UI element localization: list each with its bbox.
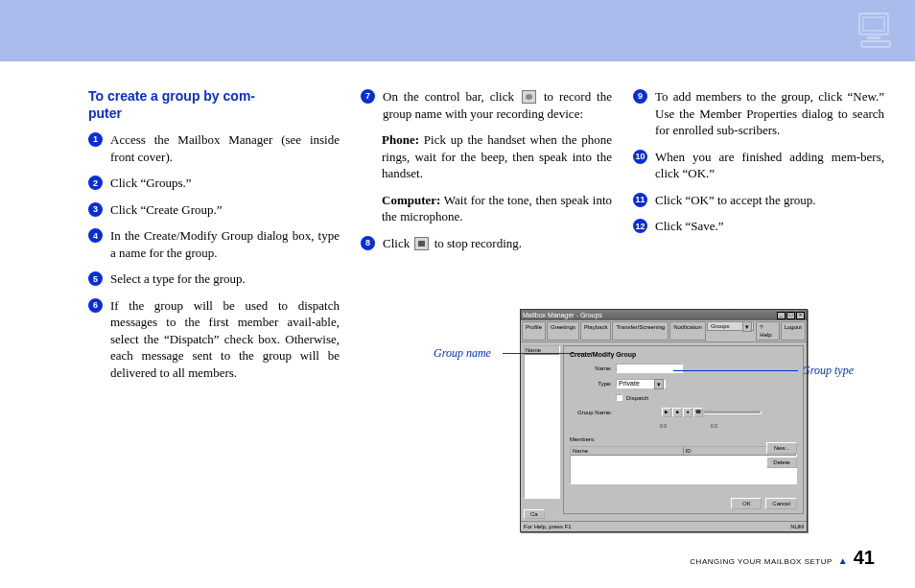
- time-start: 0.0: [660, 423, 667, 430]
- step-text: Click “Groups.”: [110, 175, 340, 192]
- step-number-badge: 4: [88, 228, 103, 243]
- step-1: 1 Access the Mailbox Manager (see inside…: [88, 131, 340, 165]
- tab-greetings[interactable]: Greetings: [547, 321, 579, 341]
- page-footer: CHANGING YOUR MAILBOX SETUP ▲ 41: [690, 545, 875, 571]
- section-title: To create a group by com- puter: [88, 88, 340, 122]
- type-label: Type:: [570, 380, 612, 388]
- titlebar: Mailbox Manager - Groups _ □ ×: [521, 310, 807, 320]
- step-number-badge: 2: [88, 176, 103, 190]
- page-number: 41: [854, 545, 875, 571]
- svg-rect-1: [863, 17, 884, 31]
- svg-rect-2: [867, 36, 880, 39]
- callout-line: [503, 353, 591, 354]
- tab-playback[interactable]: Playback: [580, 321, 611, 341]
- step-text: Access the Mailbox Manager (see inside f…: [110, 131, 340, 165]
- figure: Group name Group type Mailbox Manager - …: [453, 309, 836, 532]
- logout-link[interactable]: Logout: [781, 321, 806, 341]
- time-end: 0.0: [711, 423, 717, 430]
- record-icon: [522, 90, 536, 104]
- step-text: Click “Create Group.”: [110, 201, 340, 219]
- statusbar: For Help, press F1 NUM: [521, 521, 807, 531]
- maximize-button[interactable]: □: [786, 312, 795, 319]
- tab-transfer[interactable]: Transfer/Screening: [612, 321, 669, 341]
- step-4: 4 In the Create/Modify Group dialog box,…: [88, 227, 340, 261]
- help-link[interactable]: ? Help: [756, 321, 779, 341]
- step-text: If the group will be used to dispatch me…: [110, 297, 340, 382]
- step-11: 11 Click “OK” to accept the group.: [633, 192, 884, 209]
- callout-line: [673, 370, 798, 371]
- step-number-badge: 3: [88, 202, 103, 217]
- step-10: 10 When you are finished adding mem-bers…: [633, 149, 884, 182]
- recording-transport: ▶ ■ ● ☎: [662, 408, 762, 417]
- step-number-badge: 5: [88, 271, 103, 286]
- text-fragment: On the control bar, click: [383, 89, 520, 104]
- step-8: 8 Click to stop recording.: [361, 235, 612, 252]
- menubar: Profile Greetings Playback Transfer/Scre…: [521, 320, 807, 342]
- footer-section-label: CHANGING YOUR MAILBOX SETUP: [690, 557, 833, 568]
- dispatch-checkbox[interactable]: [616, 394, 622, 401]
- step-12: 12 Click “Save.”: [633, 218, 884, 235]
- dispatch-label: Dispatch: [626, 394, 648, 402]
- step-9: 9 To add members to the group, click “Ne…: [633, 88, 884, 139]
- step-text: Click “Save.”: [655, 218, 884, 235]
- members-listbox[interactable]: Name ID: [570, 446, 797, 484]
- header-band: [0, 0, 915, 61]
- computer-label: Computer:: [382, 193, 440, 207]
- type-select[interactable]: Private: [616, 379, 666, 388]
- name-input[interactable]: [616, 364, 683, 373]
- outer-cancel-button[interactable]: Ca: [524, 509, 545, 519]
- triangle-icon: ▲: [838, 554, 848, 568]
- device-button[interactable]: ☎: [693, 408, 703, 417]
- members-col-name: Name: [571, 447, 684, 455]
- dialog-title: Create/Modify Group: [570, 350, 797, 359]
- tab-profile[interactable]: Profile: [522, 321, 546, 341]
- stop-icon: [414, 237, 429, 250]
- phone-label: Phone:: [382, 132, 419, 147]
- groups-list[interactable]: Name: [524, 345, 560, 499]
- window-title: Mailbox Manager - Groups: [523, 311, 602, 319]
- step-text: On the control bar, click to record the …: [383, 88, 612, 122]
- time-labels: 0.0 0.0: [660, 423, 717, 430]
- new-button[interactable]: New...: [766, 442, 797, 454]
- svg-rect-3: [861, 41, 890, 47]
- step-text: Click to stop recording.: [383, 235, 612, 252]
- tab-groups[interactable]: Groups: [707, 321, 754, 331]
- close-button[interactable]: ×: [796, 312, 805, 319]
- status-text: For Help, press F1: [524, 523, 572, 530]
- step-text: Click “OK” to accept the group.: [655, 192, 884, 209]
- step-7: 7 On the control bar, click to record th…: [361, 88, 612, 122]
- text-fragment: Click: [383, 236, 412, 250]
- step-3: 3 Click “Create Group.”: [88, 201, 340, 219]
- play-button[interactable]: ▶: [662, 408, 671, 417]
- members-label: Members:: [570, 436, 596, 442]
- name-label: Name:: [570, 365, 612, 372]
- step-5: 5 Select a type for the group.: [88, 270, 340, 288]
- ok-button[interactable]: OK: [731, 498, 762, 509]
- callout-group-name: Group name: [434, 345, 491, 361]
- step-number-badge: 1: [88, 132, 103, 147]
- step-2: 2 Click “Groups.”: [88, 175, 340, 192]
- step-number-badge: 11: [633, 193, 647, 207]
- stop-button[interactable]: ■: [672, 408, 682, 417]
- step-number-badge: 10: [633, 150, 647, 164]
- callout-group-type: Group type: [802, 363, 854, 378]
- step-number-badge: 6: [88, 298, 103, 313]
- step-text: To add members to the group, click “New.…: [655, 88, 884, 139]
- minimize-button[interactable]: _: [777, 312, 786, 319]
- cancel-button[interactable]: Cancel: [765, 498, 797, 509]
- step-number-badge: 12: [633, 219, 647, 233]
- record-button[interactable]: ●: [683, 408, 692, 417]
- status-numlock: NUM: [790, 523, 804, 530]
- step-number-badge: 9: [633, 89, 647, 104]
- column-1: To create a group by com- puter 1 Access…: [88, 88, 340, 391]
- tab-notification[interactable]: Notification: [669, 321, 706, 341]
- position-slider[interactable]: [704, 411, 762, 414]
- phone-instruction: Phone: Pick up the handset when the phon…: [382, 131, 612, 182]
- step-text: In the Create/Modify Group dialog box, t…: [110, 227, 340, 261]
- computer-monitor-icon: [856, 12, 898, 55]
- mailbox-manager-window: Mailbox Manager - Groups _ □ × Profile G…: [520, 309, 808, 532]
- text-fragment: to stop recording.: [431, 236, 522, 250]
- step-6: 6 If the group will be used to dispatch …: [88, 297, 340, 382]
- step-number-badge: 8: [361, 236, 375, 250]
- delete-button[interactable]: Delete: [766, 457, 797, 468]
